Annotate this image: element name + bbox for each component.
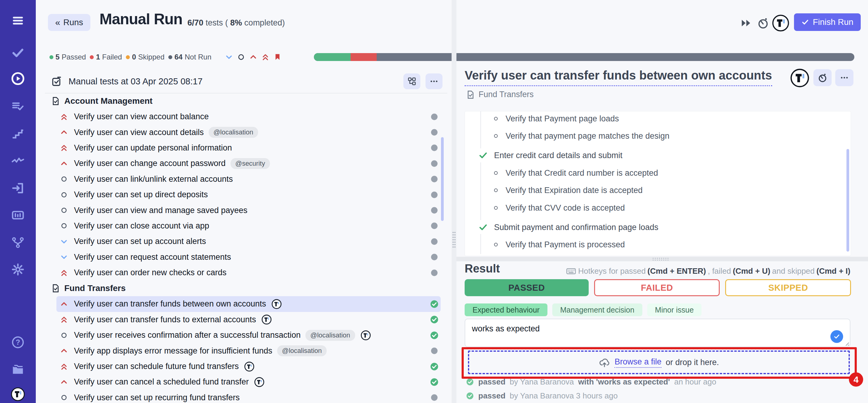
result-tag[interactable]: Management decision <box>552 304 642 316</box>
test-row[interactable]: Verify user can transfer funds to extern… <box>56 312 441 327</box>
panel-resize-handle[interactable] <box>452 231 456 249</box>
test-list-scrollbar[interactable] <box>441 137 444 221</box>
suite-header[interactable]: Account Management <box>45 93 447 109</box>
sidebar-item-checklist[interactable] <box>11 99 25 114</box>
sidebar-item-activity[interactable] <box>11 154 25 168</box>
test-row[interactable]: Verify user can transfer funds between o… <box>56 296 441 312</box>
text-segment: 8% <box>230 18 242 27</box>
testomat-badge-icon <box>272 299 282 309</box>
passed-button[interactable]: PASSED <box>465 279 589 296</box>
sidebar-item-projects[interactable] <box>11 363 25 377</box>
sidebar-item-branch[interactable] <box>11 235 25 250</box>
tree-view-button[interactable] <box>403 74 420 89</box>
test-row[interactable]: Verify user can set up direct deposits <box>56 187 441 202</box>
step-item[interactable]: Submit payment and confirmation page loa… <box>465 222 658 233</box>
finish-run-button[interactable]: Finish Run <box>794 13 861 31</box>
circle-icon[interactable] <box>237 53 245 61</box>
test-row[interactable]: Verify user can link/unlink external acc… <box>56 171 441 187</box>
chevron-up-red-icon[interactable] <box>249 53 257 61</box>
substep-item[interactable]: Verify that Expiration date is accepted <box>465 185 643 196</box>
sidebar-item-reports[interactable] <box>11 208 25 222</box>
sidebar-item-help[interactable]: ? <box>11 335 25 349</box>
substep-item[interactable]: Verify that Payment page loads <box>465 113 619 124</box>
double-chevron-up-red-icon[interactable] <box>261 53 269 61</box>
bookmark-red-icon[interactable] <box>274 53 281 61</box>
test-row[interactable]: Verify user can view and manage saved pa… <box>56 202 441 218</box>
sidebar-item-steps[interactable] <box>11 127 25 141</box>
failed-button[interactable]: FAILED <box>594 279 720 296</box>
priority-highest-icon <box>60 316 68 323</box>
sidebar-item-settings[interactable] <box>11 262 25 277</box>
priority-high-icon <box>60 300 68 308</box>
status-notrun-icon <box>430 253 439 262</box>
status-passed-icon <box>430 377 439 386</box>
test-title: Verify user can order new checks or card… <box>74 268 226 277</box>
test-row[interactable]: Verify user can cancel a scheduled fund … <box>56 374 441 390</box>
skipped-button[interactable]: SKIPPED <box>725 279 851 296</box>
steps-scrollbar[interactable] <box>846 149 849 252</box>
result-tag[interactable]: Expected behaviour <box>465 304 548 316</box>
detail-more-button[interactable] <box>835 69 854 86</box>
suite-label: Fund Transfers <box>466 90 534 99</box>
stat-count: 64 <box>175 53 183 61</box>
step-text: Verify that payment page matches the des… <box>505 132 669 141</box>
submit-comment-button[interactable] <box>830 330 843 343</box>
test-row[interactable]: Verify user can request account statemen… <box>56 250 441 265</box>
status-notrun-icon <box>430 237 439 246</box>
test-title: Verify user can transfer funds to extern… <box>74 315 256 324</box>
test-row[interactable]: Verify user can view account details@loc… <box>56 124 441 140</box>
test-title: Verify user can set up recurring fund tr… <box>74 393 240 402</box>
fast-forward-icon[interactable] <box>739 17 753 30</box>
resize-corner-icon[interactable] <box>844 341 849 346</box>
run-more-button[interactable] <box>426 74 442 89</box>
test-row[interactable]: Verify user can schedule future fund tra… <box>56 359 441 374</box>
test-row[interactable]: Verify user can change account password@… <box>56 156 441 171</box>
ellipsis-icon <box>429 77 439 86</box>
sidebar-item-menu[interactable] <box>11 13 25 28</box>
substep-item[interactable]: Verify that CVV code is accepted <box>465 202 625 213</box>
steps-resize-handle[interactable] <box>652 257 670 261</box>
result-tag[interactable]: Minor issue <box>647 304 702 316</box>
finish-run-label: Finish Run <box>813 17 854 27</box>
test-row[interactable]: Verify user can set up account alerts <box>56 234 441 249</box>
test-title: Verify user can set up direct deposits <box>74 190 208 199</box>
sidebar-item-tasks[interactable] <box>11 46 25 59</box>
test-row[interactable]: Verify user can close account via app <box>56 218 441 234</box>
result-tags: Expected behaviourManagement decisionMin… <box>465 304 702 316</box>
stat-skipped: 0Skipped <box>126 53 164 61</box>
step-item[interactable]: Enter credit card details and submit <box>465 150 622 161</box>
text-segment: (Cmd + I) <box>816 266 850 276</box>
test-row[interactable]: Verify app displays error message for in… <box>56 343 441 358</box>
test-title: Verify user can link/unlink external acc… <box>74 174 233 184</box>
annotation-rectangle <box>462 347 857 379</box>
test-detail-title[interactable]: Verify user can transfer funds between o… <box>465 68 772 86</box>
test-row[interactable]: Verify user can view account balance <box>56 109 441 124</box>
substep-item[interactable]: Verify that payment page matches the des… <box>465 131 669 141</box>
comment-input[interactable]: works as expected <box>465 319 850 347</box>
testomat-badge-icon <box>244 362 254 372</box>
back-to-runs-button[interactable]: « Runs <box>48 14 90 31</box>
priority-normal-icon <box>60 207 68 214</box>
text-segment: (Cmd + U) <box>733 266 770 276</box>
result-buttons: PASSEDFAILEDSKIPPED <box>465 279 851 296</box>
testomat-logo-icon[interactable] <box>772 15 789 32</box>
status-notrun-icon <box>430 268 439 277</box>
test-row[interactable]: Verify user can order new checks or card… <box>56 265 441 280</box>
sidebar-item-logo[interactable] <box>11 387 25 401</box>
substep-item[interactable]: Verify that Payment is processed <box>465 239 625 250</box>
sidebar-item-signin[interactable] <box>11 181 25 195</box>
substep-bullet-icon <box>494 134 498 138</box>
chevron-down-blue-icon[interactable] <box>225 53 233 61</box>
sidebar-item-run[interactable] <box>11 71 25 86</box>
suite-header[interactable]: Fund Transfers <box>45 280 447 296</box>
timer-button[interactable] <box>813 69 832 86</box>
sidebar: ? <box>0 0 36 403</box>
stopwatch-icon[interactable] <box>756 17 770 30</box>
test-row[interactable]: Verify user can set up recurring fund tr… <box>56 390 441 403</box>
test-row[interactable]: Verify user can update personal informat… <box>56 140 441 156</box>
text-segment: (Cmd + ENTER) <box>648 266 706 276</box>
substep-item[interactable]: Verify that Credit card number is accept… <box>465 168 658 178</box>
status-passed-icon <box>430 299 439 309</box>
test-row[interactable]: Verify user receives confirmation after … <box>56 327 441 343</box>
testomat-badge-icon[interactable] <box>790 68 809 87</box>
